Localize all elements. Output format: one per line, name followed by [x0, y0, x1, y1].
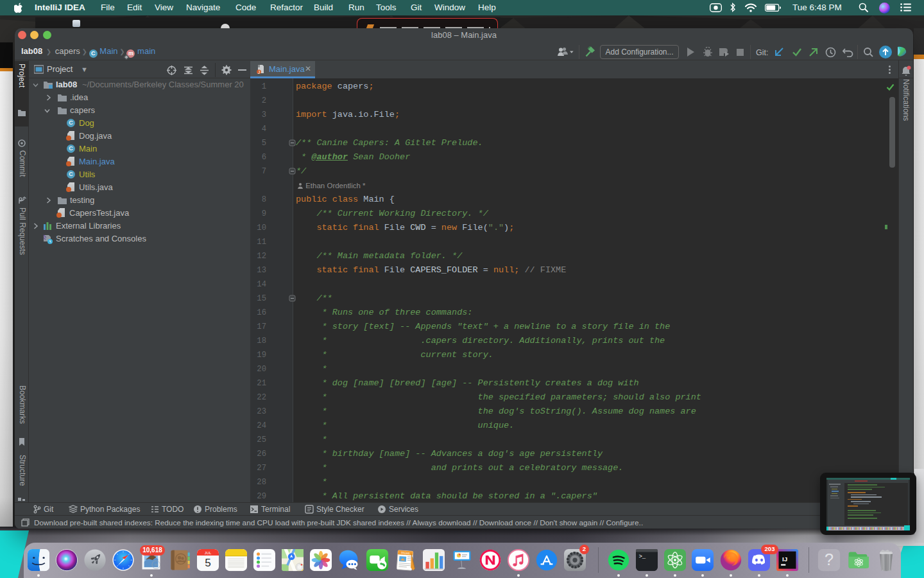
svg-text:IJ: IJ	[782, 556, 787, 563]
svg-text:PAGES: PAGES	[401, 551, 410, 555]
svg-text:>_: >_	[638, 554, 646, 560]
svg-text:J: J	[258, 70, 261, 74]
svg-text:5: 5	[205, 557, 211, 569]
svg-text:JUL: JUL	[205, 551, 212, 555]
